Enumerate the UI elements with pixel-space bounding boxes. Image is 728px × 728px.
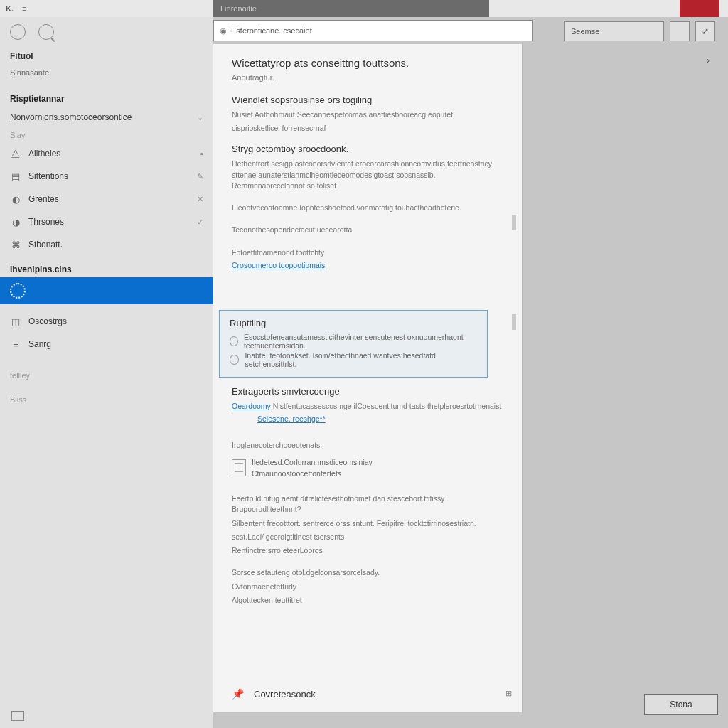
sidebar-item-1-label: Sittentions [28,171,68,181]
sidebar-item-0-label: Ailtheles [28,149,60,159]
sidebar-item2-0-icon: ◫ [10,316,21,327]
sidebar-head-2: Ihvenipins.cins [0,256,213,277]
sidebar-item-0-chev: ▪ [200,149,203,158]
sidebar-item-2-icon: ◐ [10,193,21,205]
sidebar-cat-1[interactable]: Fituol [0,47,213,65]
callout-icon-2 [230,355,239,365]
footer-text: Covreteasonck [254,689,316,700]
panel-footer: 📌 Covreteasonck [232,688,503,700]
sidebar-head-1: Risptietannar [0,85,213,107]
sidebar-item2-0-label: Oscostrgs [28,316,67,326]
para-11: Rentinctre:srro eteerLooros [232,545,503,556]
para-14: Algotttecken teuttitret [232,595,503,606]
stone-button-label: Stona [670,700,692,710]
sidebar-expand-row[interactable]: Nonvornjons.somotoceorsontice ⌄ [0,107,213,128]
sidebar-footer-icon[interactable] [11,711,24,721]
pin-icon[interactable]: 📌 [232,688,244,700]
address-bar[interactable]: ◉ Esteronticane. csecaiet [213,20,533,41]
stone-button[interactable]: Stona [644,694,718,715]
sidebar-muted-1[interactable]: tellley [0,368,213,382]
para-1: Nusiet Aothohrtiaut Seecannespetcomas an… [232,109,503,120]
para-9: Silbentent frecotttort. sentrerce orss s… [232,518,503,529]
sidebar-item-1-chev: ✎ [197,172,203,181]
callout-title: Rupttilng [230,318,477,328]
page-title: Wicettatyrop ats conseittng touttsons. [232,57,503,69]
chevron-down-icon: ⌄ [197,113,203,122]
sidebar-item-0[interactable]: ⧋ Ailtheles ▪ [0,142,213,165]
sidebar-item-1-icon: ▤ [10,171,21,182]
link-2-rest: Nistfentucassescosmge ilCoesoentitumd ta… [273,402,502,410]
sidebar-item-2-label: Grentes [28,194,59,204]
sidebar-item-2-chev: ✕ [197,195,203,204]
doc-line-1: Iledetesd.Corlurrannmsdiceomsiniay [252,458,373,466]
sidebar-item-1[interactable]: ▤ Sittentions ✎ [0,165,213,188]
para-10: sest.Lael/ gcoroigtitlnest tsersents [232,532,503,542]
window-tab[interactable]: Linrenoitie [213,0,489,17]
sidebar-item-0-icon: ⧋ [10,148,21,159]
mini-button-2[interactable]: ⤢ [695,21,715,41]
page-subtitle: Anoutragtur. [232,73,503,82]
search-cluster: Seemse ⤢ [564,21,715,41]
document-icon [232,459,246,476]
content-panel: Wicettatyrop ats conseittng touttsons. A… [213,44,523,712]
section-heading-1: Wiendlet sopsrousinse ors togiling [232,95,503,105]
gutter-marker-1[interactable] [512,215,516,230]
callout-row-1: Esocstofeneansutamessticithevinter sensu… [244,333,477,350]
sidebar-item2-1-icon: ≡ [10,338,21,350]
callout-row-2: Inabte. teotonakset. Isoin/ethecthnaed w… [245,351,477,368]
sidebar-item-active[interactable] [0,277,213,304]
para-5: Teconothesopendectacut uecearotta [232,225,503,235]
sidebar-item-4[interactable]: ⌘ Stbonatt. [0,233,213,256]
para-3: Hethentrort sesigp.astconorsdvlentat ero… [232,159,503,191]
sidebar-item2-0[interactable]: ◫ Oscostrgs [0,310,213,333]
link-2a[interactable]: Oeardoomy [232,402,271,410]
window-tab-label: Linrenoitie [220,4,257,13]
gutter-marker-2[interactable] [512,314,516,330]
sidebar-muted-2[interactable]: Bliss [0,392,213,407]
sidebar-item2-1[interactable]: ≡ Sanrg [0,333,213,355]
doc-line-2: Ctmaunoostoocettontertets [252,469,373,478]
sidebar-cat-2[interactable]: Sinnasante [0,65,213,80]
sidebar-item-3[interactable]: ◑ Thrsones ✓ [0,210,213,233]
search-input[interactable]: Seemse [564,21,664,41]
section-heading-2: Stryg octomtioy sroocdoonk. [232,144,503,154]
para-13: Cvtonmaenetettudy [232,582,503,592]
menu-icon[interactable]: ≡ [22,4,26,13]
search-icon[interactable] [38,24,54,40]
sidebar: Fituol Sinnasante Risptietannar Nonvornj… [0,17,213,728]
sidebar-item-3-label: Thrsones [28,217,64,227]
callout-icon-1 [230,336,238,346]
footer-right-icon[interactable]: ⊞ [505,689,512,698]
lock-icon: ◉ [220,26,227,36]
para-2: cispriosketlicei forrensecrnaf [232,123,503,134]
link-2b[interactable]: Selesene. reeshge** [257,414,326,423]
search-placeholder: Seemse [571,27,599,36]
sidebar-expand-label: Nonvornjons.somotoceorsontice [10,112,132,122]
mini-button-1[interactable] [670,21,690,41]
para-6: Fotoetfitnamenond toottchty [232,247,503,258]
chevron-right-icon[interactable]: › [707,55,710,65]
link-1[interactable]: Crosoumerco toopootibmais [232,261,325,269]
para-12: Sorsce setauteng otbl.dgelconsarsorcelsa… [232,567,503,578]
sidebar-item-4-icon: ⌘ [10,239,21,250]
close-button[interactable] [680,0,719,17]
expand-icon: ⤢ [702,26,709,36]
para-8: Feertp ld.nitug aemt ditralicteseithotno… [232,493,503,515]
sidebar-item-3-icon: ◑ [10,216,21,228]
back-button[interactable]: K. [6,4,14,13]
sidebar-item-3-chev: ✓ [197,218,203,227]
callout-box: Rupttilng Esocstofeneansutamessticithevi… [219,310,488,378]
para-7: Iroglenecoterchooeotenats. [232,440,503,451]
sidebar-item-2[interactable]: ◐ Grentes ✕ [0,188,213,210]
sidebar-section-label: Slay [0,128,213,142]
para-4: Fleootvecoatoamne.Iopntenshoetced.vonmat… [232,203,503,213]
section-heading-3: Extragoerts smvtercoenge [232,386,503,397]
sidebar-active-icon [10,283,26,299]
sidebar-item2-1-label: Sanrg [28,339,51,349]
profile-icon[interactable] [10,24,26,40]
address-text: Esteronticane. csecaiet [231,26,312,35]
sidebar-item-4-label: Stbonatt. [28,240,63,250]
